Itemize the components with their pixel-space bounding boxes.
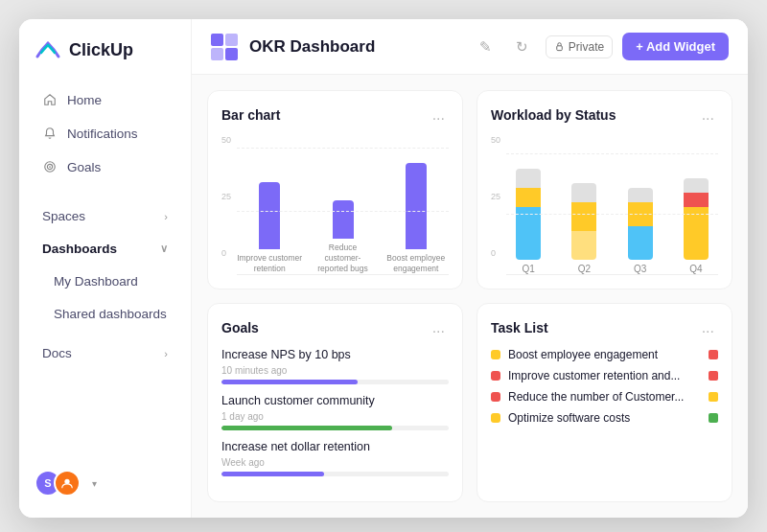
topbar-actions: ✎ ↻ Private + Add Widget bbox=[473, 33, 729, 60]
goal-time-2: Week ago bbox=[221, 457, 449, 468]
dashboard-grid: Bar chart ... 50 25 0 bbox=[192, 75, 748, 518]
logo-area: ClickUp bbox=[19, 19, 191, 79]
bar-label-0: Improve customerretention bbox=[237, 253, 302, 274]
task-name-2: Reduce the number of Customer... bbox=[508, 390, 701, 404]
notifications-label: Notifications bbox=[67, 127, 138, 141]
task-dot-2 bbox=[491, 392, 500, 402]
goal-name-0: Increase NPS by 10 bps bbox=[221, 348, 351, 361]
avatar-secondary[interactable] bbox=[54, 470, 81, 497]
goal-time-1: 1 day ago bbox=[221, 411, 449, 422]
goal-item-0: Increase NPS by 10 bps 10 minutes ago bbox=[221, 348, 449, 384]
bar-label-1: Reduce customer-reported bugs bbox=[310, 243, 375, 274]
goal-progress-2 bbox=[221, 472, 449, 476]
goal-progress-0 bbox=[221, 380, 449, 384]
sidebar-item-home[interactable]: Home bbox=[27, 83, 183, 116]
avatar-group[interactable]: S bbox=[35, 470, 81, 497]
spaces-section bbox=[19, 184, 191, 199]
q4-label: Q4 bbox=[689, 264, 702, 274]
dashboards-label: Dashboards bbox=[42, 242, 117, 256]
edit-button[interactable]: ✎ bbox=[473, 34, 500, 60]
task-item-1: Improve customer retention and... bbox=[491, 369, 718, 382]
wl-y-tick-25: 25 bbox=[491, 192, 500, 201]
sidebar-item-goals[interactable]: Goals bbox=[27, 150, 183, 183]
bar-group-1: Reduce customer-reported bugs bbox=[310, 200, 375, 274]
goal-name-1: Launch customer community bbox=[221, 394, 375, 407]
app-window: ClickUp Home Notifications Goals bbox=[19, 19, 748, 518]
bar-chart-menu[interactable]: ... bbox=[429, 104, 449, 126]
sidebar-item-dashboards[interactable]: Dashboards ∨ bbox=[27, 233, 183, 265]
workload-header: Workload by Status ... bbox=[491, 104, 718, 126]
sidebar-footer: S ▾ bbox=[19, 460, 191, 506]
sidebar-item-spaces[interactable]: Spaces › bbox=[27, 200, 183, 232]
goal-item-2: Increase net dollar retention Week ago bbox=[221, 440, 449, 476]
task-dot-0 bbox=[491, 350, 500, 359]
sidebar-nav: Home Notifications Goals Spaces › Das bbox=[19, 79, 191, 460]
sidebar: ClickUp Home Notifications Goals bbox=[19, 19, 192, 518]
svg-point-4 bbox=[64, 479, 69, 484]
task-item-3: Optimize software costs bbox=[491, 411, 718, 425]
home-icon bbox=[42, 92, 58, 107]
spaces-chevron: › bbox=[164, 211, 168, 222]
bar-chart-area: 50 25 0 Improve c bbox=[221, 135, 449, 275]
q2-label: Q2 bbox=[578, 264, 591, 274]
task-item-2: Reduce the number of Customer... bbox=[491, 390, 718, 404]
task-flag-2 bbox=[709, 392, 718, 402]
bar-group-2: Boost employeeengagement bbox=[384, 163, 449, 274]
page-title: OKR Dashboard bbox=[249, 37, 461, 57]
task-name-0: Boost employee engagement bbox=[508, 348, 701, 361]
q3-label: Q3 bbox=[634, 264, 646, 274]
bar-label-2: Boost employeeengagement bbox=[386, 253, 445, 274]
refresh-button[interactable]: ↻ bbox=[509, 34, 536, 60]
footer-chevron[interactable]: ▾ bbox=[92, 478, 97, 489]
stacked-group-q1: Q1 bbox=[506, 169, 550, 274]
workload-title: Workload by Status bbox=[491, 107, 698, 123]
sidebar-item-notifications[interactable]: Notifications bbox=[27, 117, 183, 150]
y-tick-0: 0 bbox=[221, 248, 231, 258]
task-dot-1 bbox=[491, 371, 500, 381]
goal-item-3: Boost employee engagement bbox=[221, 486, 449, 488]
shared-dashboards-label: Shared dashboards bbox=[54, 307, 167, 321]
docs-chevron: › bbox=[164, 348, 168, 359]
goals-title: Goals bbox=[221, 320, 429, 335]
home-label: Home bbox=[67, 93, 102, 107]
task-list-title: Task List bbox=[491, 320, 698, 335]
stacked-group-q2: Q2 bbox=[562, 183, 606, 274]
task-item-0: Boost employee engagement bbox=[491, 348, 718, 361]
private-badge[interactable]: Private bbox=[546, 35, 613, 58]
my-dashboard-label: My Dashboard bbox=[54, 274, 138, 289]
bar-1 bbox=[333, 200, 354, 239]
task-dot-3 bbox=[491, 413, 500, 423]
bar-0 bbox=[259, 182, 280, 249]
private-label: Private bbox=[569, 40, 604, 54]
task-list-widget: Task List ... Boost employee engagement … bbox=[476, 303, 732, 502]
task-flag-3 bbox=[709, 413, 718, 423]
bar-chart-header: Bar chart ... bbox=[221, 104, 449, 126]
clickup-logo-icon bbox=[35, 36, 61, 63]
topbar: OKR Dashboard ✎ ↻ Private + Add Widget bbox=[192, 19, 748, 75]
dashboards-chevron: ∨ bbox=[160, 243, 168, 255]
bar-chart-widget: Bar chart ... 50 25 0 bbox=[207, 90, 463, 289]
goals-menu[interactable]: ... bbox=[429, 317, 449, 338]
sidebar-item-docs[interactable]: Docs › bbox=[27, 337, 183, 369]
workload-menu[interactable]: ... bbox=[698, 104, 718, 126]
wl-y-tick-50: 50 bbox=[491, 135, 500, 145]
svg-point-3 bbox=[49, 166, 51, 168]
add-widget-button[interactable]: + Add Widget bbox=[622, 33, 729, 60]
task-name-1: Improve customer retention and... bbox=[508, 369, 701, 382]
stacked-chart-area: 50 25 0 bbox=[491, 135, 718, 275]
y-tick-25: 25 bbox=[221, 192, 231, 201]
q1-label: Q1 bbox=[522, 264, 534, 274]
logo-text: ClickUp bbox=[69, 40, 133, 60]
task-name-3: Optimize software costs bbox=[508, 411, 701, 425]
sidebar-item-my-dashboard[interactable]: My Dashboard bbox=[27, 266, 183, 297]
goal-name-2: Increase net dollar retention bbox=[221, 440, 370, 453]
task-flag-0 bbox=[709, 350, 718, 359]
task-list-header: Task List ... bbox=[491, 317, 718, 338]
svg-rect-5 bbox=[557, 46, 563, 51]
stacked-group-q4: Q4 bbox=[674, 178, 718, 274]
sidebar-item-shared-dashboards[interactable]: Shared dashboards bbox=[27, 298, 183, 330]
y-tick-50: 50 bbox=[221, 135, 231, 145]
task-list-menu[interactable]: ... bbox=[698, 317, 718, 338]
goals-widget: Goals ... Increase NPS by 10 bps 10 minu… bbox=[207, 303, 463, 502]
stacked-group-q3: Q3 bbox=[618, 188, 662, 274]
